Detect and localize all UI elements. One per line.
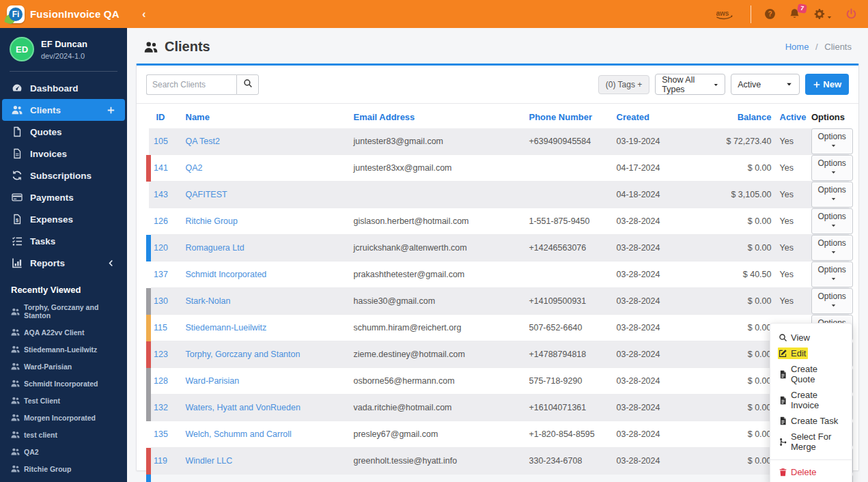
chart-icon bbox=[12, 257, 23, 268]
row-options-button[interactable]: Options bbox=[811, 155, 853, 181]
row-options-button[interactable]: Options bbox=[811, 235, 853, 261]
search-input[interactable] bbox=[146, 74, 236, 95]
client-id-link[interactable]: 143 bbox=[149, 182, 182, 208]
type-filter-select[interactable]: Show All Types bbox=[655, 74, 725, 95]
client-id-link[interactable]: 120 bbox=[149, 235, 182, 261]
recently-viewed-item[interactable]: Stiedemann-Lueilwitz bbox=[0, 341, 127, 358]
recently-viewed-item[interactable]: Test Client bbox=[0, 392, 127, 409]
recently-viewed-item[interactable]: Schmidt Incorporated bbox=[0, 375, 127, 392]
client-id-link[interactable]: 115 bbox=[149, 315, 182, 341]
client-name-link[interactable]: Waters, Hyatt and VonRueden bbox=[182, 395, 350, 421]
client-id-link[interactable]: 128 bbox=[149, 368, 182, 395]
recently-viewed-item[interactable]: AQA A22vv Client bbox=[0, 324, 127, 341]
row-options-button[interactable]: Options bbox=[811, 182, 853, 208]
status-filter-select[interactable]: Active bbox=[731, 74, 800, 95]
column-header-name[interactable]: Name bbox=[182, 105, 350, 128]
menu-item-create-task[interactable]: Create Task bbox=[770, 413, 852, 429]
aws-icon[interactable]: aws bbox=[714, 8, 738, 20]
tags-button[interactable]: (0) Tags + bbox=[598, 75, 649, 94]
client-id-link[interactable]: 126 bbox=[149, 208, 182, 235]
sidebar-item-quotes[interactable]: Quotes bbox=[2, 121, 125, 143]
row-options-button[interactable]: Options bbox=[811, 208, 853, 234]
column-header-balance[interactable]: Balance bbox=[711, 105, 776, 128]
topbar: Fi FusionInvoice QA ‹ aws ? 7 bbox=[0, 0, 868, 28]
client-id-link[interactable]: 123 bbox=[149, 341, 182, 368]
client-id-link[interactable]: 141 bbox=[149, 155, 182, 182]
menu-item-delete[interactable]: Delete bbox=[770, 464, 852, 480]
plus-icon[interactable] bbox=[107, 106, 115, 115]
client-id-link[interactable]: 135 bbox=[149, 421, 182, 448]
notifications-bell-icon[interactable]: 7 bbox=[789, 8, 800, 20]
client-name-link[interactable]: Schmidt Incorporated bbox=[182, 261, 350, 288]
user-block[interactable]: ED EF Duncan dev/2024-1.0 bbox=[0, 28, 127, 70]
sidebar-item-tasks[interactable]: Tasks bbox=[2, 230, 125, 252]
row-options-button[interactable]: Options bbox=[811, 128, 853, 154]
help-icon[interactable]: ? bbox=[764, 8, 776, 20]
client-name-link[interactable]: Stiedemann-Lueilwitz bbox=[182, 315, 350, 341]
column-header-id[interactable]: ID bbox=[149, 105, 182, 128]
client-name-link[interactable]: Welch, Schumm and Carroll bbox=[182, 421, 350, 448]
client-name-link[interactable]: Ward-Parisian bbox=[182, 368, 350, 395]
client-id-link[interactable]: 137 bbox=[149, 261, 182, 288]
recently-viewed-item[interactable]: Torphy, Gorczany and Stanton bbox=[0, 299, 127, 324]
column-header-phone[interactable]: Phone Number bbox=[525, 105, 613, 128]
recently-viewed-item[interactable]: Morgen Incorporated bbox=[0, 409, 127, 426]
sidebar-item-reports[interactable]: Reports bbox=[2, 252, 125, 274]
new-client-button[interactable]: New bbox=[805, 74, 849, 95]
client-name-link[interactable]: Torphy, Gorczany and Stanton bbox=[182, 341, 350, 368]
client-id-link[interactable]: 132 bbox=[149, 395, 182, 421]
row-options-button[interactable]: Options bbox=[811, 288, 853, 314]
brand[interactable]: Fi FusionInvoice QA bbox=[0, 5, 127, 23]
svg-text:$: $ bbox=[16, 217, 19, 223]
breadcrumb-home-link[interactable]: Home bbox=[785, 42, 809, 52]
client-active: Yes bbox=[776, 235, 807, 261]
column-header-active[interactable]: Active bbox=[776, 105, 807, 128]
client-name-link[interactable]: Romaguera Ltd bbox=[182, 235, 350, 261]
client-name-link[interactable]: Windler LLC bbox=[182, 448, 350, 474]
client-phone: 330-234-6708 bbox=[525, 448, 613, 474]
client-id-link[interactable]: 119 bbox=[149, 448, 182, 474]
menu-item-create-invoice[interactable]: Create Invoice bbox=[770, 387, 852, 413]
settings-menu[interactable] bbox=[813, 8, 832, 20]
client-email: vada.ritchie@hotmail.com bbox=[350, 395, 525, 421]
client-balance: $ 40.50 bbox=[711, 261, 776, 288]
client-name-link[interactable]: Stark-Nolan bbox=[182, 288, 350, 315]
sidebar-item-label: Quotes bbox=[30, 127, 62, 137]
table-row: 123Torphy, Gorczany and Stantonzieme.des… bbox=[149, 341, 850, 368]
column-header-created[interactable]: Created bbox=[613, 105, 711, 128]
menu-item-label: Create Quote bbox=[791, 364, 842, 384]
menu-item-create-quote[interactable]: Create Quote bbox=[770, 361, 852, 387]
menu-item-edit[interactable]: Edit bbox=[770, 345, 852, 361]
client-id-link[interactable]: 118 bbox=[149, 474, 182, 482]
recently-viewed-item[interactable]: Ritchie Group bbox=[0, 460, 127, 477]
client-name-link[interactable]: Zieme-Bins bbox=[182, 474, 350, 482]
table-header-row: ID Name Email Address Phone Number Creat… bbox=[149, 105, 850, 128]
column-header-email[interactable]: Email Address bbox=[350, 105, 525, 128]
client-name-link[interactable]: QA Test2 bbox=[182, 128, 350, 155]
sidebar-item-payments[interactable]: Payments bbox=[2, 186, 125, 208]
recently-viewed-item[interactable]: Ward-Parisian bbox=[0, 358, 127, 375]
search-button[interactable] bbox=[236, 74, 259, 95]
recently-viewed-item[interactable]: test client bbox=[0, 426, 127, 443]
client-balance: $ 0.00 bbox=[711, 235, 776, 261]
row-options-button[interactable]: Options bbox=[811, 261, 853, 287]
chevron-left-icon[interactable] bbox=[107, 259, 115, 268]
sidebar-item-expenses[interactable]: $Expenses bbox=[2, 208, 125, 230]
sidebar-item-invoices[interactable]: Invoices bbox=[2, 143, 125, 165]
sidebar-item-dashboard[interactable]: Dashboard bbox=[2, 77, 125, 99]
sidebar-item-subscriptions[interactable]: Subscriptions bbox=[2, 165, 125, 186]
client-name-link[interactable]: Ritchie Group bbox=[182, 208, 350, 235]
menu-item-view[interactable]: View bbox=[770, 330, 852, 345]
client-id-link[interactable]: 105 bbox=[149, 128, 182, 155]
clients-panel: (0) Tags + Show All Types Active New bbox=[136, 63, 859, 471]
client-id-link[interactable]: 130 bbox=[149, 288, 182, 315]
menu-item-select-for-merge[interactable]: Select For Merge bbox=[770, 429, 852, 455]
client-name-link[interactable]: QAFITEST bbox=[182, 182, 350, 208]
client-active: Yes bbox=[776, 182, 807, 208]
recently-viewed-list: Torphy, Gorczany and StantonAQA A22vv Cl… bbox=[0, 299, 127, 477]
recently-viewed-item[interactable]: QA2 bbox=[0, 443, 127, 460]
logout-power-icon[interactable] bbox=[845, 8, 857, 20]
sidebar-collapse-icon[interactable]: ‹ bbox=[142, 8, 146, 21]
sidebar-item-clients[interactable]: Clients bbox=[2, 99, 125, 121]
client-name-link[interactable]: QA2 bbox=[182, 155, 350, 182]
